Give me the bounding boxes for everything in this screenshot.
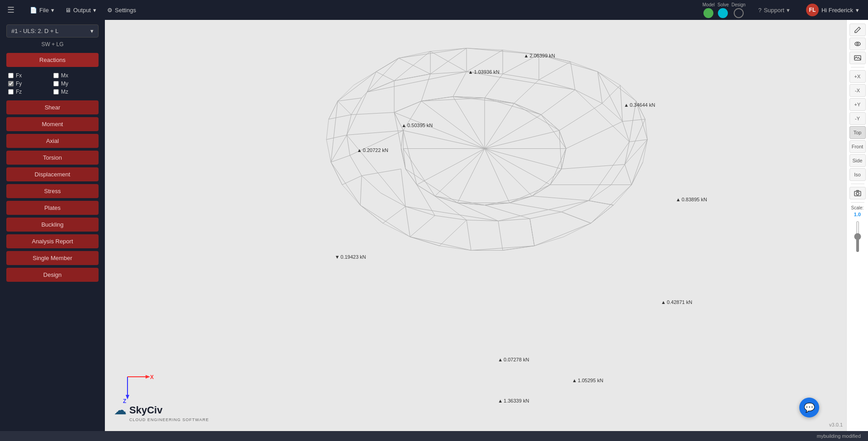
shear-button[interactable]: Shear: [6, 100, 99, 114]
mz-checkbox[interactable]: [53, 89, 59, 95]
svg-line-83: [532, 196, 589, 201]
fx-checkbox[interactable]: [8, 73, 14, 78]
svg-line-138: [485, 149, 550, 185]
svg-line-60: [561, 212, 591, 223]
topbar: ☰ 📄 File ▾ 🖥 Output ▾ ⚙ Settings Model S…: [0, 0, 868, 20]
front-view-button[interactable]: Front: [849, 140, 866, 153]
reaction-label-7: 0.42871 kN: [661, 299, 692, 305]
svg-line-98: [541, 115, 559, 131]
svg-line-59: [589, 201, 613, 205]
svg-line-129: [394, 113, 406, 169]
checkbox-my[interactable]: My: [53, 81, 97, 87]
checkbox-fx[interactable]: Fx: [8, 72, 52, 79]
mode-model[interactable]: Model: [703, 2, 715, 18]
chat-button[interactable]: 💬: [799, 398, 819, 417]
single-member-button[interactable]: Single Member: [6, 251, 99, 265]
edit-button[interactable]: [849, 24, 866, 36]
svg-line-84: [509, 203, 561, 212]
svg-line-131: [453, 97, 485, 149]
plus-x-button[interactable]: +X: [849, 70, 866, 83]
svg-line-133: [485, 104, 514, 149]
support-chevron: ▾: [787, 7, 790, 14]
top-view-button[interactable]: Top: [849, 126, 866, 139]
svg-line-74: [421, 74, 430, 101]
svg-line-24: [394, 52, 430, 81]
canvas-area[interactable]: 2.06399 kN 1.03936 kN 0.34644 kN 0.50395…: [105, 20, 846, 431]
avatar: FL: [806, 4, 819, 16]
user-chevron: ▾: [856, 7, 859, 14]
svg-line-50: [376, 58, 399, 72]
scale-value: 1.0: [854, 212, 861, 217]
model-circle: [703, 8, 713, 18]
plus-y-button[interactable]: +Y: [849, 98, 866, 111]
svg-line-57: [625, 165, 632, 185]
svg-line-29: [571, 62, 575, 90]
fz-checkbox[interactable]: [8, 89, 14, 95]
support-menu[interactable]: ? Support ▾: [755, 5, 793, 15]
axial-button[interactable]: Axial: [6, 134, 99, 148]
checkbox-mx[interactable]: Mx: [53, 72, 97, 79]
settings-menu[interactable]: ⚙ Settings: [103, 5, 141, 15]
output-menu[interactable]: 🖥 Output ▾: [61, 5, 101, 15]
checkbox-fz[interactable]: Fz: [8, 89, 52, 95]
torsion-button[interactable]: Torsion: [6, 151, 99, 165]
question-icon: ?: [758, 7, 761, 14]
image-button[interactable]: [849, 52, 866, 64]
svg-line-8: [534, 223, 591, 246]
svg-line-140: [485, 149, 509, 203]
svg-line-143: [417, 149, 485, 185]
svg-line-118: [541, 115, 566, 149]
svg-line-11: [360, 205, 410, 237]
svg-line-102: [532, 185, 550, 196]
minus-x-button[interactable]: -X: [849, 84, 866, 97]
right-toolbar: +X -X +Y -Y Top Front Side Iso Scale: 1.…: [846, 20, 868, 431]
load-case-dropdown[interactable]: #1 - ULS: 2. D + L ▾: [6, 24, 99, 38]
logo-cloud-icon: ☁: [114, 403, 127, 417]
mode-design[interactable]: Design: [731, 2, 745, 18]
svg-marker-162: [146, 375, 150, 379]
svg-line-46: [430, 48, 467, 74]
dropdown-chevron: ▾: [90, 28, 94, 34]
file-menu[interactable]: 📄 File ▾: [25, 5, 59, 15]
fy-checkbox[interactable]: [8, 81, 14, 86]
camera-button[interactable]: [849, 187, 866, 199]
structure-svg: [105, 20, 846, 431]
displacement-button[interactable]: Displacement: [6, 167, 99, 181]
svg-line-76: [485, 74, 503, 98]
svg-line-156: [331, 162, 342, 185]
svg-line-115: [453, 97, 514, 104]
svg-line-56: [629, 140, 647, 142]
svg-line-39: [467, 220, 471, 251]
svg-line-67: [360, 205, 383, 223]
scale-slider[interactable]: [856, 221, 859, 252]
logo-subtitle: CLOUD ENGINEERING SOFTWARE: [129, 417, 209, 422]
settings-icon: ⚙: [107, 7, 113, 14]
checkbox-fy[interactable]: Fy: [8, 81, 52, 87]
side-view-button[interactable]: Side: [849, 154, 866, 167]
buckling-button[interactable]: Buckling: [6, 218, 99, 232]
mx-checkbox[interactable]: [53, 73, 59, 78]
analysis-report-button[interactable]: Analysis Report: [6, 234, 99, 248]
version-label: v3.0.1: [829, 422, 843, 427]
user-menu[interactable]: FL Hi Frederick ▾: [802, 2, 863, 18]
svg-line-13: [331, 101, 338, 162]
svg-line-77: [514, 80, 539, 104]
menu-icon[interactable]: ☰: [5, 3, 16, 17]
svg-point-168: [856, 192, 859, 195]
stress-button[interactable]: Stress: [6, 184, 99, 198]
reactions-button[interactable]: Reactions: [6, 53, 99, 67]
svg-line-90: [362, 169, 401, 176]
svg-line-139: [485, 149, 532, 196]
checkbox-mz[interactable]: Mz: [53, 89, 97, 95]
svg-line-19: [589, 142, 629, 201]
iso-view-button[interactable]: Iso: [849, 168, 866, 181]
view-button[interactable]: [849, 38, 866, 50]
moment-button[interactable]: Moment: [6, 117, 99, 131]
design-button[interactable]: Design: [6, 268, 99, 282]
my-checkbox[interactable]: [53, 81, 59, 86]
mode-solve[interactable]: Solve: [717, 2, 729, 18]
minus-y-button[interactable]: -Y: [849, 112, 866, 125]
svg-line-157: [329, 101, 338, 119]
plates-button[interactable]: Plates: [6, 201, 99, 215]
svg-line-54: [602, 85, 620, 104]
